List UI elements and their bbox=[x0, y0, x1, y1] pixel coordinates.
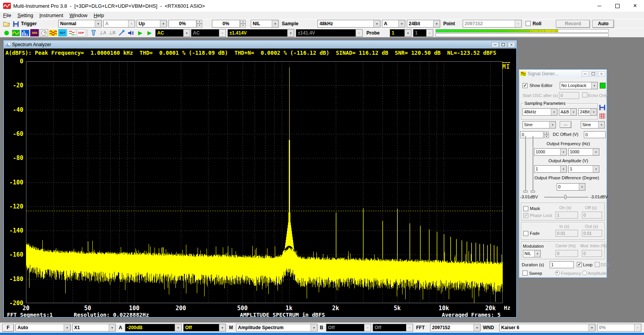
menu-file[interactable]: File bbox=[0, 12, 14, 18]
spectrum-window-titlebar[interactable]: Spectrum Analyzer × bbox=[4, 41, 516, 49]
chevron-down-icon[interactable]: ▼ bbox=[109, 324, 115, 331]
run-icon[interactable] bbox=[2, 29, 11, 36]
spin-down-icon[interactable]: ▼ bbox=[240, 24, 246, 28]
amplitude-b-select[interactable]: 1▼ bbox=[568, 165, 599, 173]
chevron-down-icon[interactable]: ▼ bbox=[95, 20, 101, 27]
output-b-slider-handle[interactable] bbox=[531, 191, 535, 193]
dc-offset-stepper[interactable]: ▲▼ bbox=[544, 131, 549, 138]
chevron-down-icon[interactable]: ▼ bbox=[398, 20, 405, 27]
bit-depth-select[interactable]: 24Bit▼ bbox=[407, 20, 440, 28]
trigger-edge-select[interactable]: Up▼ bbox=[137, 20, 167, 28]
open-file-icon[interactable] bbox=[2, 20, 11, 28]
spin-up-icon[interactable]: ▲ bbox=[197, 20, 202, 24]
menu-window[interactable]: Window bbox=[66, 12, 90, 18]
chevron-down-icon[interactable]: ▼ bbox=[560, 166, 566, 172]
phase-select[interactable]: 0▼ bbox=[557, 183, 585, 191]
close-icon[interactable]: × bbox=[598, 71, 605, 76]
fft-size-select[interactable]: 2097152▼ bbox=[430, 324, 481, 332]
sample-rate-select[interactable]: 48kHz▼ bbox=[318, 20, 380, 28]
chevron-down-icon[interactable]: ▼ bbox=[551, 109, 557, 115]
trigger-delay-stepper[interactable]: 0%▲▼ bbox=[212, 20, 246, 28]
modulation-type-select[interactable]: NIL▼ bbox=[523, 250, 541, 257]
hpf-select[interactable]: NIL▼ bbox=[251, 20, 279, 28]
amplitude-a-select[interactable]: 1▼ bbox=[534, 165, 567, 173]
filter-icon[interactable] bbox=[89, 29, 98, 36]
data-logger-icon[interactable] bbox=[40, 29, 48, 36]
loopback-select[interactable]: No Loopback▼ bbox=[560, 82, 598, 89]
coupling-a-select[interactable]: AC▼ bbox=[155, 29, 190, 37]
chevron-down-icon[interactable]: ▼ bbox=[579, 184, 585, 190]
chevron-down-icon[interactable]: ▼ bbox=[311, 324, 317, 331]
spin-down-icon[interactable]: ▼ bbox=[544, 135, 549, 138]
spin-up-icon[interactable]: ▲ bbox=[544, 131, 549, 135]
dc-offset-b-input[interactable]: 0 bbox=[584, 131, 606, 138]
maximize-icon[interactable] bbox=[590, 71, 597, 76]
dds-table-icon[interactable] bbox=[599, 113, 605, 120]
menu-help[interactable]: Help bbox=[90, 12, 107, 18]
frequency-axis-button[interactable]: F bbox=[2, 324, 14, 332]
siggen-channel-select[interactable]: A&B▼ bbox=[559, 108, 577, 116]
balance-slider[interactable] bbox=[544, 197, 588, 198]
chevron-down-icon[interactable]: ▼ bbox=[433, 20, 440, 27]
chevron-down-icon[interactable]: ▼ bbox=[404, 30, 411, 36]
trigger-level-stepper[interactable]: 0%▲▼ bbox=[168, 20, 202, 28]
output-a-slider-handle[interactable] bbox=[523, 191, 528, 193]
siggen-sample-rate-select[interactable]: 48kHz▼ bbox=[522, 108, 557, 116]
output-a-level-slider[interactable] bbox=[525, 136, 526, 193]
fade-checkbox[interactable] bbox=[523, 231, 528, 236]
play-loop-icon[interactable]: ▶ bbox=[145, 29, 154, 36]
trigger-mode-select[interactable]: Normal▼ bbox=[58, 20, 102, 28]
siggen-titlebar[interactable]: Signal Gener... × bbox=[519, 70, 606, 78]
chevron-down-icon[interactable]: ▼ bbox=[175, 324, 181, 331]
duration-input[interactable]: 1 bbox=[550, 261, 574, 268]
restore-icon[interactable] bbox=[500, 42, 507, 47]
chevron-down-icon[interactable]: ▼ bbox=[598, 122, 604, 128]
derived-curve-icon[interactable] bbox=[68, 29, 76, 36]
ddp-viewer-icon[interactable]: DDP bbox=[77, 29, 85, 36]
show-editor-checkbox[interactable]: ✓ bbox=[522, 83, 528, 88]
menu-setting[interactable]: Setting bbox=[14, 12, 36, 18]
a-range-select[interactable]: -200dB▼ bbox=[125, 324, 182, 332]
sweep-checkbox[interactable] bbox=[522, 271, 528, 276]
oscilloscope-icon[interactable] bbox=[12, 29, 20, 36]
waveform-a-select[interactable]: Sine▼ bbox=[522, 121, 556, 128]
save-icon[interactable] bbox=[12, 20, 20, 28]
chevron-down-icon[interactable]: ▼ bbox=[474, 324, 480, 331]
range-a-select[interactable]: ±1.414V▼ bbox=[227, 29, 294, 37]
probe-a-select[interactable]: 1▼ bbox=[390, 29, 411, 37]
chevron-down-icon[interactable]: ▼ bbox=[373, 20, 380, 27]
menu-instrument[interactable]: Instrument bbox=[36, 12, 66, 18]
frequency-b-select[interactable]: 1000▼ bbox=[568, 148, 599, 156]
mask-checkbox[interactable] bbox=[523, 206, 528, 211]
device-test-plan-icon[interactable]: DUT bbox=[58, 29, 67, 36]
loop-checkbox[interactable]: ✓ bbox=[577, 262, 582, 267]
sound-device-icon[interactable] bbox=[127, 29, 135, 36]
close-icon[interactable]: × bbox=[508, 42, 515, 47]
output-on-button[interactable] bbox=[600, 83, 606, 89]
close-icon[interactable]: × bbox=[626, 0, 644, 12]
minimize-icon[interactable] bbox=[582, 71, 589, 76]
display-mode-select[interactable]: Amplitude Spectrum▼ bbox=[236, 324, 318, 332]
chevron-down-icon[interactable]: ▼ bbox=[287, 30, 294, 36]
minimize-icon[interactable] bbox=[590, 0, 608, 12]
chevron-down-icon[interactable]: ▼ bbox=[160, 20, 167, 27]
output-b-level-slider[interactable] bbox=[533, 136, 533, 193]
chevron-down-icon[interactable]: ▼ bbox=[593, 149, 599, 155]
dc-offset-a-input[interactable]: 0 bbox=[520, 131, 543, 138]
chevron-down-icon[interactable]: ▼ bbox=[593, 166, 599, 172]
chevron-down-icon[interactable]: ▼ bbox=[570, 109, 576, 115]
signal-generator-icon[interactable] bbox=[49, 29, 57, 36]
minimize-icon[interactable] bbox=[491, 42, 499, 47]
play-icon[interactable]: ▶ bbox=[136, 29, 144, 36]
chevron-down-icon[interactable]: ▼ bbox=[183, 30, 190, 36]
maximize-icon[interactable] bbox=[608, 0, 626, 12]
window-function-select[interactable]: Kaiser 6▼ bbox=[499, 324, 595, 332]
chevron-down-icon[interactable]: ▼ bbox=[590, 109, 597, 115]
save-signal-icon[interactable] bbox=[599, 105, 605, 112]
chevron-down-icon[interactable]: ▼ bbox=[64, 324, 70, 331]
siggen-bits-select[interactable]: 24Bit▼ bbox=[578, 108, 597, 116]
spin-up-icon[interactable]: ▲ bbox=[240, 20, 246, 24]
balance-slider-handle[interactable] bbox=[564, 195, 566, 199]
chevron-down-icon[interactable]: ▼ bbox=[588, 324, 595, 331]
sample-channel-select[interactable]: A▼ bbox=[382, 20, 405, 28]
